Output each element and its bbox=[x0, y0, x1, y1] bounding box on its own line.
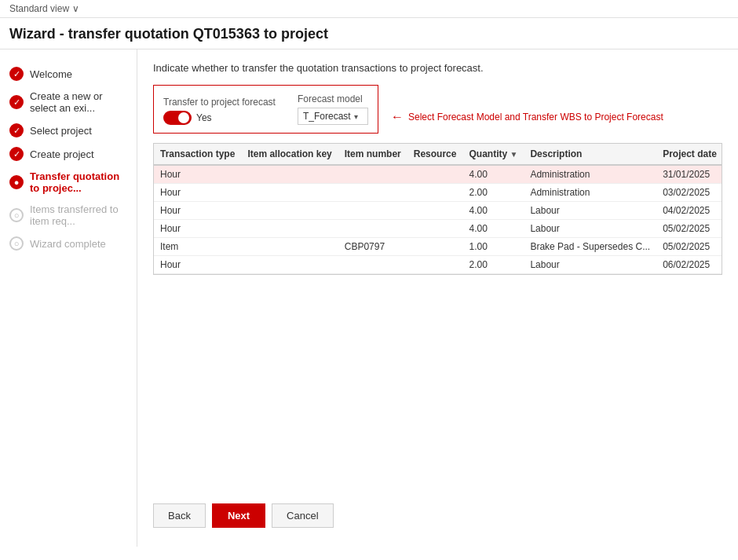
top-bar: Standard view ∨ bbox=[0, 0, 738, 18]
table-cell: 05/02/2025 bbox=[656, 220, 722, 238]
table-wrapper: Transaction type Item allocation key Ite… bbox=[153, 143, 722, 275]
table-cell: Item bbox=[154, 238, 241, 256]
toggle-knob bbox=[178, 112, 189, 123]
instruction-text: Indicate whether to transfer the quotati… bbox=[153, 62, 722, 74]
table-cell: Administration bbox=[524, 184, 656, 202]
table-cell: 2.00 bbox=[462, 184, 524, 202]
table-cell bbox=[241, 238, 338, 256]
main-layout: ✓Welcome✓Create a new or select an exi..… bbox=[0, 49, 738, 547]
col-resource[interactable]: Resource bbox=[407, 144, 463, 165]
table-cell bbox=[241, 165, 338, 184]
col-item-allocation-key[interactable]: Item allocation key bbox=[241, 144, 338, 165]
sidebar-item-create-new[interactable]: ✓Create a new or select an exi... bbox=[0, 86, 137, 119]
table-row[interactable]: Hour2.00Labour06/02/2025 bbox=[154, 256, 722, 274]
table-cell: Hour bbox=[154, 202, 241, 220]
standard-view-label[interactable]: Standard view bbox=[9, 3, 69, 14]
annotation-text: Select Forecast Model and Transfer WBS t… bbox=[408, 112, 663, 123]
col-item-number[interactable]: Item number bbox=[338, 144, 407, 165]
table-cell bbox=[338, 184, 407, 202]
sidebar-item-label-welcome: Welcome bbox=[30, 68, 72, 80]
table-cell: Hour bbox=[154, 220, 241, 238]
sidebar-item-label-create-project: Create project bbox=[30, 148, 94, 160]
step-icon-create-new: ✓ bbox=[9, 95, 24, 109]
table-row[interactable]: Hour2.00Administration03/02/2025 bbox=[154, 184, 722, 202]
table-cell bbox=[241, 184, 338, 202]
table-cell: Hour bbox=[154, 165, 241, 184]
sidebar-item-select-project[interactable]: ✓Select project bbox=[0, 119, 137, 142]
table-cell: 4.00 bbox=[462, 220, 524, 238]
transactions-table: Transaction type Item allocation key Ite… bbox=[154, 144, 722, 274]
sidebar-item-label-create-new: Create a new or select an exi... bbox=[30, 90, 127, 114]
sidebar-item-welcome[interactable]: ✓Welcome bbox=[0, 62, 137, 86]
step-icon-items-transferred: ○ bbox=[9, 208, 24, 222]
annotation-arrow-icon: ← bbox=[391, 110, 404, 124]
col-quantity[interactable]: Quantity ▼ bbox=[462, 144, 524, 165]
table-cell bbox=[338, 202, 407, 220]
table-cell: 04/02/2025 bbox=[656, 202, 722, 220]
table-cell bbox=[338, 256, 407, 274]
table-cell: Hour bbox=[154, 256, 241, 274]
dropdown-arrow-icon: ▾ bbox=[354, 112, 358, 121]
table-cell bbox=[407, 202, 463, 220]
table-header-row: Transaction type Item allocation key Ite… bbox=[154, 144, 722, 165]
step-icon-wizard-complete: ○ bbox=[9, 236, 24, 251]
sidebar-item-label-transfer-quotation: Transfer quotation to projec... bbox=[30, 170, 127, 194]
table-cell bbox=[241, 256, 338, 274]
table-cell: CBP0797 bbox=[338, 238, 407, 256]
table-cell bbox=[241, 202, 338, 220]
table-cell: 1.00 bbox=[462, 238, 524, 256]
sidebar-item-wizard-complete: ○Wizard complete bbox=[0, 232, 137, 255]
step-icon-transfer-quotation: ● bbox=[9, 175, 24, 189]
table-row[interactable]: Hour4.00Labour05/02/2025 bbox=[154, 220, 722, 238]
col-project-date[interactable]: Project date bbox=[656, 144, 722, 165]
col-transaction-type[interactable]: Transaction type bbox=[154, 144, 241, 165]
table-row[interactable]: Hour4.00Labour04/02/2025 bbox=[154, 202, 722, 220]
page-title: Wizard - transfer quotation QT015363 to … bbox=[0, 18, 738, 49]
footer: Back Next Cancel bbox=[153, 494, 722, 534]
col-description[interactable]: Description bbox=[524, 144, 656, 165]
step-icon-welcome: ✓ bbox=[9, 67, 24, 81]
sidebar: ✓Welcome✓Create a new or select an exi..… bbox=[0, 49, 137, 547]
next-button[interactable]: Next bbox=[212, 503, 265, 528]
forecast-label: Forecast model bbox=[298, 93, 368, 104]
cancel-button[interactable]: Cancel bbox=[272, 503, 333, 528]
forecast-field-group: Forecast model T_Forecast ▾ bbox=[298, 93, 368, 125]
toggle-row: Yes bbox=[163, 111, 276, 125]
table-cell bbox=[407, 165, 463, 184]
back-button[interactable]: Back bbox=[153, 503, 206, 528]
table-cell: 4.00 bbox=[462, 165, 524, 184]
table-cell: 2.00 bbox=[462, 256, 524, 274]
transfer-field-group: Transfer to project forecast Yes bbox=[163, 97, 276, 125]
step-icon-create-project: ✓ bbox=[9, 147, 24, 161]
table-cell bbox=[407, 220, 463, 238]
table-cell: 06/02/2025 bbox=[656, 256, 722, 274]
sidebar-item-label-items-transferred: Items transferred to item req... bbox=[30, 203, 127, 227]
table-cell: Labour bbox=[524, 220, 656, 238]
view-arrow-icon: ∨ bbox=[72, 3, 79, 14]
table-cell bbox=[338, 165, 407, 184]
sidebar-item-items-transferred: ○Items transferred to item req... bbox=[0, 199, 137, 232]
table-cell bbox=[338, 220, 407, 238]
sidebar-item-label-select-project: Select project bbox=[30, 125, 92, 137]
forecast-model-dropdown[interactable]: T_Forecast ▾ bbox=[298, 108, 368, 125]
table-cell: Hour bbox=[154, 184, 241, 202]
table-row[interactable]: Hour4.00Administration31/01/2025 bbox=[154, 165, 722, 184]
annotation-row: ← Select Forecast Model and Transfer WBS… bbox=[391, 110, 663, 124]
content-area: Indicate whether to transfer the quotati… bbox=[137, 49, 738, 547]
table-cell: Labour bbox=[524, 256, 656, 274]
table-cell: 03/02/2025 bbox=[656, 184, 722, 202]
transfer-label: Transfer to project forecast bbox=[163, 97, 276, 108]
sidebar-item-label-wizard-complete: Wizard complete bbox=[30, 238, 106, 250]
toggle-value-label: Yes bbox=[196, 112, 212, 123]
sidebar-item-transfer-quotation[interactable]: ●Transfer quotation to projec... bbox=[0, 166, 137, 199]
table-cell: Brake Pad - Supersedes C... bbox=[524, 238, 656, 256]
forecast-value: T_Forecast bbox=[303, 111, 351, 122]
table-cell: 05/02/2025 bbox=[656, 238, 722, 256]
transfer-section: Transfer to project forecast Yes Forecas… bbox=[153, 85, 378, 134]
sidebar-item-create-project[interactable]: ✓Create project bbox=[0, 142, 137, 166]
table-cell bbox=[407, 256, 463, 274]
transfer-toggle[interactable] bbox=[163, 111, 192, 125]
table-row[interactable]: ItemCBP07971.00Brake Pad - Supersedes C.… bbox=[154, 238, 722, 256]
table-cell: 31/01/2025 bbox=[656, 165, 722, 184]
table-cell bbox=[407, 238, 463, 256]
